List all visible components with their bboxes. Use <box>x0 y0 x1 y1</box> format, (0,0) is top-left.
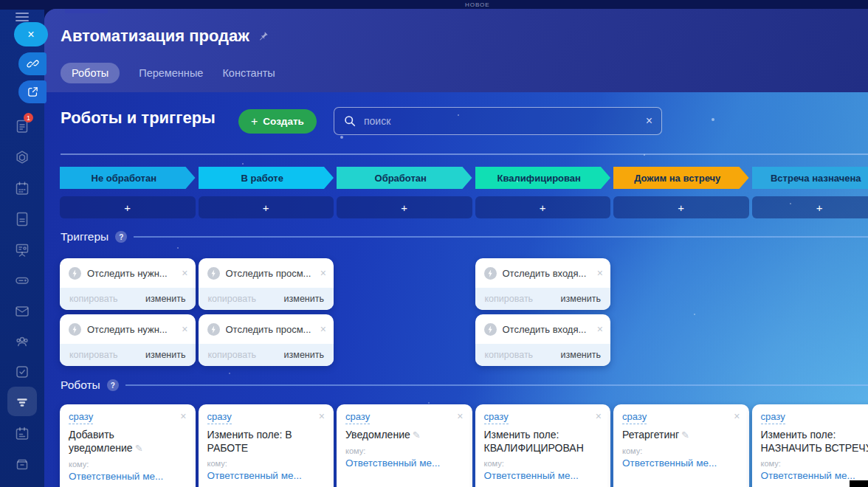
robot-when-link[interactable]: сразу <box>761 411 785 424</box>
sidebar-item-automation[interactable] <box>7 387 37 416</box>
copy-button[interactable]: копировать <box>208 350 257 360</box>
edit-button[interactable]: изменить <box>145 350 185 360</box>
stage-not-processed[interactable]: Не обработан <box>60 167 196 189</box>
robot-to-value[interactable]: Ответственный ме... <box>484 470 602 481</box>
search-input[interactable] <box>364 115 638 127</box>
planner-icon[interactable] <box>13 425 31 443</box>
trigger-title: Отследить входя... <box>503 324 591 335</box>
storage-icon[interactable] <box>13 455 31 473</box>
drive-icon[interactable] <box>13 272 31 289</box>
document-icon[interactable] <box>13 210 31 228</box>
search-clear-icon[interactable]: × <box>646 114 652 128</box>
close-slider-button[interactable]: × <box>14 22 48 46</box>
trigger-title: Отследить входя... <box>503 268 591 279</box>
robot-when-link[interactable]: сразу <box>69 411 93 424</box>
robot-card[interactable]: сразу × Изменить поле: В РАБОТЕ кому: От… <box>199 404 334 487</box>
close-icon[interactable]: × <box>596 411 602 421</box>
robot-card[interactable]: сразу × Добавить уведомление✎ кому: Отве… <box>60 404 196 487</box>
robot-when-link[interactable]: сразу <box>484 411 509 424</box>
add-robot-button[interactable]: + <box>475 196 611 218</box>
robot-card[interactable]: сразу × Уведомление✎ кому: Ответственный… <box>337 404 472 487</box>
empty-slot <box>752 258 868 310</box>
new-label: НОВОЕ <box>465 1 490 8</box>
trigger-title: Отследить нужн... <box>87 268 176 279</box>
trigger-card[interactable]: Отследить нужн... × копировать изменить <box>60 314 196 366</box>
robot-card[interactable]: сразу × Изменить поле: НАЗНАЧИТЬ ВСТРЕЧУ… <box>752 404 868 487</box>
stage-qualified[interactable]: Квалифицирован <box>475 167 611 189</box>
edit-button[interactable]: изменить <box>284 350 324 360</box>
robot-to-label: кому: <box>207 459 326 468</box>
robot-when-link[interactable]: сразу <box>345 411 370 424</box>
close-icon[interactable]: × <box>597 268 603 278</box>
add-robot-button[interactable]: + <box>613 196 749 218</box>
people-icon[interactable] <box>13 333 31 350</box>
close-icon[interactable]: × <box>320 324 326 334</box>
create-button[interactable]: + Создать <box>238 109 317 134</box>
edit-button[interactable]: изменить <box>561 350 601 360</box>
close-icon[interactable]: × <box>734 411 740 421</box>
close-icon[interactable]: × <box>320 268 326 278</box>
section-page-title: Роботы и триггеры <box>61 108 216 128</box>
copy-button[interactable]: копировать <box>208 294 257 304</box>
tab-robots[interactable]: Роботы <box>61 63 120 83</box>
tab-variables[interactable]: Переменные <box>139 67 203 79</box>
crm-icon[interactable] <box>13 149 31 167</box>
close-icon[interactable]: × <box>180 411 186 421</box>
edit-button[interactable]: изменить <box>145 294 185 304</box>
open-new-window-button[interactable] <box>18 80 46 103</box>
trigger-card[interactable]: Отследить входя... × копировать изменить <box>475 314 611 366</box>
pencil-icon[interactable]: ✎ <box>681 429 689 441</box>
empty-slot <box>337 314 472 366</box>
add-robot-button[interactable]: + <box>199 196 334 218</box>
robot-to-value[interactable]: Ответственный ме... <box>69 471 187 482</box>
slider-tabs: Роботы Переменные Константы <box>61 63 275 83</box>
add-robot-button[interactable]: + <box>752 196 868 218</box>
trigger-row-2: Отследить нужн... × копировать изменить … <box>44 314 868 366</box>
close-icon[interactable]: × <box>182 324 187 334</box>
edit-button[interactable]: изменить <box>561 294 601 304</box>
close-icon[interactable]: × <box>319 411 325 421</box>
menu-icon[interactable] <box>16 13 29 21</box>
robot-card[interactable]: сразу × Ретаргетинг✎ кому: Ответственный… <box>613 404 749 487</box>
robot-to-label: кому: <box>622 446 740 455</box>
robot-to-value[interactable]: Ответственный ме... <box>207 470 326 481</box>
close-icon[interactable]: × <box>457 411 463 421</box>
copy-link-button[interactable] <box>18 52 46 75</box>
robot-title: Добавить уведомление <box>69 429 133 454</box>
robot-when-link[interactable]: сразу <box>207 411 232 424</box>
section-divider <box>134 236 868 238</box>
copy-button[interactable]: копировать <box>69 350 118 360</box>
stage-in-progress[interactable]: В работе <box>199 167 334 189</box>
trigger-card[interactable]: Отследить просм... × копировать изменить <box>199 314 334 366</box>
help-icon[interactable]: ? <box>107 379 119 391</box>
triggers-section-header: Триггеры ? <box>61 230 868 244</box>
add-robot-button[interactable]: + <box>60 196 196 218</box>
close-icon[interactable]: × <box>182 268 187 278</box>
trigger-card[interactable]: Отследить просм... × копировать изменить <box>199 258 334 310</box>
checkbox-icon[interactable] <box>13 363 31 381</box>
stage-meeting-scheduled[interactable]: Встреча назначена <box>752 167 868 189</box>
robot-when-link[interactable]: сразу <box>622 411 647 424</box>
stage-push-to-meeting[interactable]: Дожим на встречу <box>613 167 749 189</box>
close-icon[interactable]: × <box>597 324 603 334</box>
pin-icon[interactable] <box>257 30 269 43</box>
robot-to-value[interactable]: Ответственный ме... <box>622 457 740 469</box>
tab-constants[interactable]: Константы <box>222 67 275 79</box>
robot-card[interactable]: сразу × Изменить поле: КВАЛИФИЦИРОВАН ко… <box>475 404 611 487</box>
copy-button[interactable]: копировать <box>69 294 118 304</box>
presentation-icon[interactable] <box>13 241 31 259</box>
calendar-icon[interactable] <box>13 180 31 198</box>
add-robot-button[interactable]: + <box>337 196 472 218</box>
stage-processed[interactable]: Обработан <box>337 167 472 189</box>
copy-button[interactable]: копировать <box>485 350 534 360</box>
pencil-icon[interactable]: ✎ <box>413 429 421 441</box>
edit-button[interactable]: изменить <box>284 294 324 304</box>
trigger-card[interactable]: Отследить входя... × копировать изменить <box>475 258 611 310</box>
trigger-title: Отследить просм... <box>226 324 314 335</box>
pencil-icon[interactable]: ✎ <box>135 443 143 454</box>
copy-button[interactable]: копировать <box>485 294 534 304</box>
trigger-card[interactable]: Отследить нужн... × копировать изменить <box>60 258 196 310</box>
robot-to-value[interactable]: Ответственный ме... <box>345 457 464 469</box>
help-icon[interactable]: ? <box>115 231 127 243</box>
mail-icon[interactable] <box>13 303 31 320</box>
